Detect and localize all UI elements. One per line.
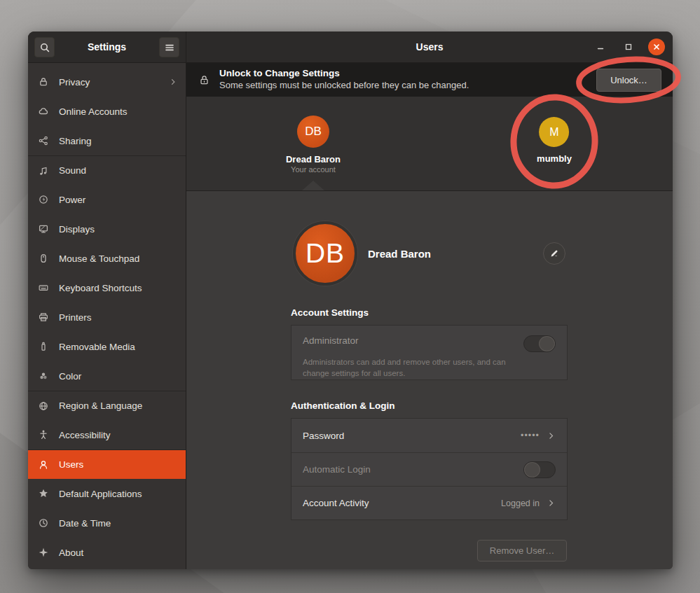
password-row[interactable]: Password ••••• bbox=[291, 419, 567, 452]
sidebar-item-sound[interactable]: Sound bbox=[28, 155, 186, 185]
color-dots-icon bbox=[38, 370, 49, 382]
avatar: M bbox=[540, 117, 570, 147]
sidebar-title: Settings bbox=[88, 41, 126, 53]
automatic-login-row: Automatic Login bbox=[291, 452, 567, 486]
sidebar-item-mouse-touchpad[interactable]: Mouse & Touchpad bbox=[28, 244, 186, 273]
password-label: Password bbox=[303, 431, 521, 441]
sidebar-item-label: Displays bbox=[59, 224, 177, 235]
banner-subtitle: Some settings must be unlocked before th… bbox=[219, 80, 596, 91]
minimize-button[interactable] bbox=[592, 39, 609, 55]
sidebar-list: Privacy Online Accounts Sharing Sound bbox=[28, 63, 186, 567]
sidebar-item-users[interactable]: Users bbox=[28, 449, 186, 479]
sidebar-item-displays[interactable]: Displays bbox=[28, 214, 186, 244]
sidebar-item-keyboard-shortcuts[interactable]: Keyboard Shortcuts bbox=[28, 273, 186, 302]
sidebar-item-label: Users bbox=[59, 459, 177, 470]
sidebar-item-region-language[interactable]: Region & Language bbox=[28, 391, 186, 420]
edit-name-button[interactable] bbox=[543, 242, 565, 265]
sidebar-item-label: Privacy bbox=[59, 77, 159, 88]
unlock-button[interactable]: Unlock… bbox=[596, 69, 661, 92]
remove-user-button[interactable]: Remove User… bbox=[477, 540, 567, 561]
sparkle-icon bbox=[38, 547, 49, 558]
sidebar-item-printers[interactable]: Printers bbox=[28, 302, 186, 332]
pencil-icon bbox=[549, 249, 559, 258]
chevron-right-icon bbox=[169, 78, 177, 86]
maximize-icon bbox=[624, 42, 633, 52]
account-activity-value: Logged in bbox=[501, 498, 540, 508]
accessibility-icon bbox=[38, 429, 49, 440]
toggle-knob bbox=[524, 462, 540, 477]
sidebar-item-about[interactable]: About bbox=[28, 538, 186, 567]
carousel-user-dread-baron[interactable]: DB Dread Baron Your account bbox=[286, 116, 341, 174]
user-name: mumbly bbox=[537, 153, 572, 164]
power-icon bbox=[38, 194, 49, 205]
user-details: DB Dread Baron Account Settings Administ… bbox=[186, 191, 673, 569]
window-controls bbox=[592, 32, 665, 62]
password-value: ••••• bbox=[521, 431, 540, 440]
sidebar-item-label: Sharing bbox=[59, 136, 177, 146]
toggle-knob bbox=[539, 336, 555, 351]
sidebar-item-date-time[interactable]: Date & Time bbox=[28, 508, 186, 538]
sidebar-item-online-accounts[interactable]: Online Accounts bbox=[28, 97, 186, 126]
sidebar-item-label: About bbox=[59, 547, 177, 558]
administrator-description: Administrators can add and remove other … bbox=[303, 357, 513, 379]
sidebar-item-sharing[interactable]: Sharing bbox=[28, 126, 186, 155]
automatic-login-toggle[interactable] bbox=[523, 461, 556, 478]
avatar: DB bbox=[297, 116, 329, 148]
globe-icon bbox=[38, 400, 49, 412]
titlebar[interactable]: Users bbox=[186, 32, 673, 63]
section-heading-authentication: Authentication & Login bbox=[291, 400, 394, 411]
search-button[interactable] bbox=[34, 37, 55, 57]
music-note-icon bbox=[38, 165, 49, 176]
section-heading-account-settings: Account Settings bbox=[291, 307, 369, 318]
desktop-background: Settings Privacy Online Accounts Shar bbox=[0, 0, 700, 593]
account-activity-label: Account Activity bbox=[303, 498, 501, 508]
banner-title: Unlock to Change Settings bbox=[219, 68, 596, 80]
menu-button[interactable] bbox=[159, 37, 179, 57]
selected-user-pointer bbox=[302, 181, 324, 190]
lock-icon bbox=[38, 76, 49, 88]
sidebar-item-accessibility[interactable]: Accessibility bbox=[28, 420, 186, 449]
mouse-icon bbox=[38, 253, 49, 264]
close-icon bbox=[652, 43, 661, 51]
sidebar-item-label: Power bbox=[59, 195, 177, 205]
account-activity-row[interactable]: Account Activity Logged in bbox=[291, 486, 567, 519]
sidebar-item-label: Mouse & Touchpad bbox=[59, 253, 177, 264]
sidebar-item-label: Removable Media bbox=[59, 342, 177, 352]
close-button[interactable] bbox=[648, 39, 665, 55]
user-carousel: DB Dread Baron Your account M mumbly bbox=[186, 97, 673, 191]
minimize-icon bbox=[596, 42, 605, 52]
authentication-card: Password ••••• Automatic Login Account A… bbox=[291, 418, 568, 520]
share-icon bbox=[38, 135, 49, 146]
maximize-button[interactable] bbox=[620, 39, 637, 55]
administrator-label: Administrator bbox=[303, 335, 359, 346]
sidebar-item-label: Date & Time bbox=[59, 518, 177, 529]
sidebar-item-default-applications[interactable]: Default Applications bbox=[28, 479, 186, 508]
account-settings-card: Administrator Administrators can add and… bbox=[291, 325, 568, 380]
unlock-banner: Unlock to Change Settings Some settings … bbox=[186, 63, 673, 97]
hamburger-menu-icon bbox=[164, 42, 175, 53]
users-icon bbox=[38, 459, 49, 470]
banner-text: Unlock to Change Settings Some settings … bbox=[219, 68, 596, 91]
settings-window: Settings Privacy Online Accounts Shar bbox=[28, 32, 673, 569]
profile-avatar[interactable]: DB bbox=[293, 221, 357, 286]
clock-icon bbox=[38, 517, 49, 529]
sidebar-item-label: Online Accounts bbox=[59, 106, 177, 117]
usb-drive-icon bbox=[38, 341, 49, 352]
sidebar-item-power[interactable]: Power bbox=[28, 185, 186, 214]
main-panel: Users Unlock to Change Settings bbox=[186, 32, 673, 569]
carousel-user-mumbly[interactable]: M mumbly bbox=[537, 117, 572, 164]
cloud-icon bbox=[38, 106, 49, 117]
sidebar-item-label: Default Applications bbox=[59, 489, 177, 499]
sidebar-header: Settings bbox=[28, 32, 186, 63]
sidebar-item-color[interactable]: Color bbox=[28, 361, 186, 391]
sidebar-item-label: Printers bbox=[59, 312, 177, 323]
automatic-login-label: Automatic Login bbox=[303, 464, 523, 475]
chevron-right-icon bbox=[547, 431, 556, 440]
administrator-toggle[interactable] bbox=[523, 335, 556, 352]
display-icon bbox=[38, 223, 49, 235]
sidebar-item-label: Region & Language bbox=[59, 400, 177, 411]
sidebar-item-removable-media[interactable]: Removable Media bbox=[28, 332, 186, 361]
sidebar-item-privacy[interactable]: Privacy bbox=[28, 67, 186, 97]
sidebar-item-label: Accessibility bbox=[59, 430, 177, 440]
search-icon bbox=[39, 42, 50, 53]
